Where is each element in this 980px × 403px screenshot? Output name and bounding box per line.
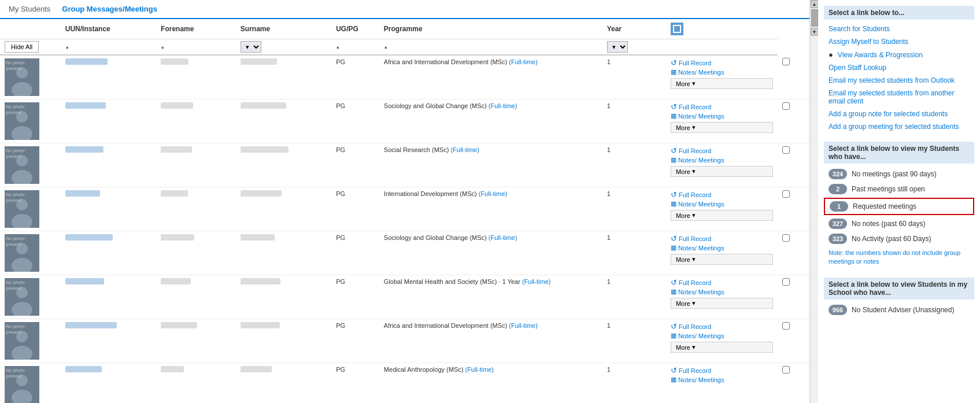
student-actions-cell: ↺ Full Record ▦ Notes/ Meetings More ▾ (666, 275, 778, 319)
student-select-checkbox[interactable] (782, 234, 790, 242)
student-select-checkbox[interactable] (782, 146, 790, 154)
student-uun-link[interactable] (65, 103, 106, 110)
full-record-link[interactable]: ↺ Full Record (671, 190, 773, 199)
student-forename-cell (156, 275, 236, 319)
sidebar-no-activity-row[interactable]: 323 No Activity (past 60 Days) (824, 231, 974, 246)
scrollbar[interactable]: ▲ ▼ (810, 0, 818, 403)
student-select-checkbox[interactable] (782, 190, 790, 198)
sidebar-past-meetings-row[interactable]: 2 Past meetings still open (824, 182, 974, 197)
sidebar-no-adviser-row[interactable]: 966 No Student Adviser (Unassigned) (824, 302, 974, 317)
full-record-link[interactable]: ↺ Full Record (671, 234, 773, 243)
more-button[interactable]: More ▾ (671, 210, 773, 221)
full-record-icon: ↺ (671, 366, 677, 375)
student-uun-link[interactable] (65, 235, 113, 242)
group-messages-nav[interactable]: Group Messages/Meetings (62, 5, 157, 13)
surname-filter-select[interactable]: ▾ (241, 41, 261, 53)
full-record-link[interactable]: ↺ Full Record (671, 366, 773, 375)
full-record-link[interactable]: ↺ Full Record (671, 102, 773, 111)
student-programme-cell: Africa and International Development (MS… (379, 55, 602, 99)
sidebar-email-outlook[interactable]: Email my selected students from Outlook (824, 74, 974, 87)
column-headers-row: UUN/Instance Forename Surname UG/PG Prog (0, 19, 809, 39)
more-dropdown-arrow: ▾ (692, 80, 696, 87)
more-button[interactable]: More ▾ (671, 166, 773, 177)
student-surname-cell (236, 187, 331, 231)
programme-sort-icon[interactable]: ⬧ (384, 44, 387, 50)
full-record-link[interactable]: ↺ Full Record (671, 278, 773, 287)
student-uun-cell (61, 55, 156, 99)
sidebar-open-staff-lookup[interactable]: Open Staff Lookup (824, 61, 974, 74)
programme-col-header[interactable]: Programme (379, 19, 602, 39)
student-uun-link[interactable] (65, 279, 104, 286)
student-uun-link[interactable] (65, 59, 108, 66)
notes-meetings-link[interactable]: ▦ Notes/ Meetings (671, 68, 773, 76)
notes-meetings-link[interactable]: ▦ Notes/ Meetings (671, 200, 773, 208)
notes-meetings-link[interactable]: ▦ Notes/ Meetings (671, 288, 773, 295)
sidebar-view-awards-link[interactable]: View Awards & Progression (838, 51, 923, 59)
notes-meetings-link[interactable]: ▦ Notes/ Meetings (671, 112, 773, 120)
student-uun-link[interactable] (65, 323, 117, 330)
ugpg-col-header[interactable]: UG/PG (331, 19, 379, 39)
student-select-checkbox[interactable] (782, 58, 790, 65)
programme-type-link[interactable]: (Full-time) (489, 234, 517, 241)
more-button[interactable]: More ▾ (671, 254, 773, 265)
notes-meetings-link[interactable]: ▦ Notes/ Meetings (671, 156, 773, 164)
full-record-link[interactable]: ↺ Full Record (671, 322, 773, 331)
sidebar-assign-myself[interactable]: Assign Myself to Students (824, 35, 974, 48)
student-select-checkbox[interactable] (782, 366, 790, 374)
year-col-header[interactable]: Year (602, 19, 666, 39)
sidebar-add-group-meeting[interactable]: Add a group meeting for selected student… (824, 120, 974, 133)
student-select-checkbox[interactable] (782, 322, 790, 330)
student-select-checkbox[interactable] (782, 102, 790, 110)
full-record-link[interactable]: ↺ Full Record (671, 146, 773, 155)
more-button[interactable]: More ▾ (671, 298, 773, 309)
my-students-nav[interactable]: My Students (9, 5, 50, 13)
filter-row: Hide All ⬧ ⬧ ▾ (0, 39, 809, 56)
notes-meetings-link[interactable]: ▦ Notes/ Meetings (671, 244, 773, 252)
programme-type-link[interactable]: (Full-time) (509, 58, 538, 65)
student-uun-link[interactable] (65, 367, 102, 374)
student-forename-cell (156, 143, 236, 187)
programme-type-link[interactable]: (Full-time) (522, 278, 551, 285)
hide-all-button[interactable]: Hide All (5, 41, 39, 53)
sidebar-view-students-header: Select a link below to view my Students … (824, 142, 974, 164)
action-links: ↺ Full Record ▦ Notes/ Meetings More ▾ (671, 58, 773, 89)
uun-col-header[interactable]: UUN/Instance (61, 19, 156, 39)
forename-col-header[interactable]: Forename (156, 19, 236, 39)
more-button[interactable]: More ▾ (671, 122, 773, 133)
full-record-link[interactable]: ↺ Full Record (671, 58, 773, 67)
programme-type-link[interactable]: (Full-time) (509, 322, 538, 329)
student-programme-cell: Medical Anthropology (MSc) (Full-time) (379, 363, 602, 404)
notes-meetings-link[interactable]: ▦ Notes/ Meetings (671, 376, 773, 383)
year-filter-select[interactable]: ▾ (607, 41, 628, 53)
ugpg-sort-icon[interactable]: ⬧ (336, 44, 339, 50)
scrollbar-thumb[interactable] (811, 9, 818, 27)
sidebar-requested-meetings-row[interactable]: 1 Requested meetings (824, 198, 974, 215)
requested-meetings-badge: 1 (830, 201, 848, 212)
select-all-button[interactable] (671, 23, 683, 35)
forename-sort-icon[interactable]: ⬧ (161, 44, 164, 50)
programme-type-link[interactable]: (Full-time) (489, 102, 517, 109)
student-uun-link[interactable] (65, 191, 100, 198)
sidebar-no-notes-row[interactable]: 327 No notes (past 60 days) (824, 216, 974, 231)
sidebar-email-other[interactable]: Email my selected students from another … (824, 87, 974, 108)
scrollbar-down-button[interactable]: ▼ (811, 28, 819, 36)
notes-meetings-link[interactable]: ▦ Notes/ Meetings (671, 332, 773, 339)
programme-type-link[interactable]: (Full-time) (465, 366, 494, 373)
scrollbar-up-button[interactable]: ▲ (811, 0, 819, 8)
table-row: No photopresent PGMedical Anthropology (… (0, 363, 809, 404)
sidebar-view-awards[interactable]: ● View Awards & Progression (824, 48, 974, 61)
student-select-checkbox[interactable] (782, 278, 790, 286)
sidebar-search-students[interactable]: Search for Students (824, 23, 974, 35)
programme-type-link[interactable]: (Full-time) (479, 190, 508, 197)
student-uun-link[interactable] (65, 147, 103, 154)
sidebar-add-group-note[interactable]: Add a group note for selected students (824, 108, 974, 120)
programme-type-link[interactable]: (Full-time) (450, 146, 479, 153)
more-button[interactable]: More ▾ (671, 78, 773, 89)
uun-sort-icon[interactable]: ⬧ (65, 44, 69, 50)
more-button[interactable]: More ▾ (671, 342, 773, 353)
sidebar-no-meetings-row[interactable]: 324 No meetings (past 90 days) (824, 167, 974, 182)
surname-col-header[interactable]: Surname (236, 19, 331, 39)
svg-point-8 (12, 214, 32, 228)
student-checkbox-cell (778, 275, 809, 319)
student-programme-cell: Global Mental Health and Society (MSc) ·… (379, 275, 602, 319)
